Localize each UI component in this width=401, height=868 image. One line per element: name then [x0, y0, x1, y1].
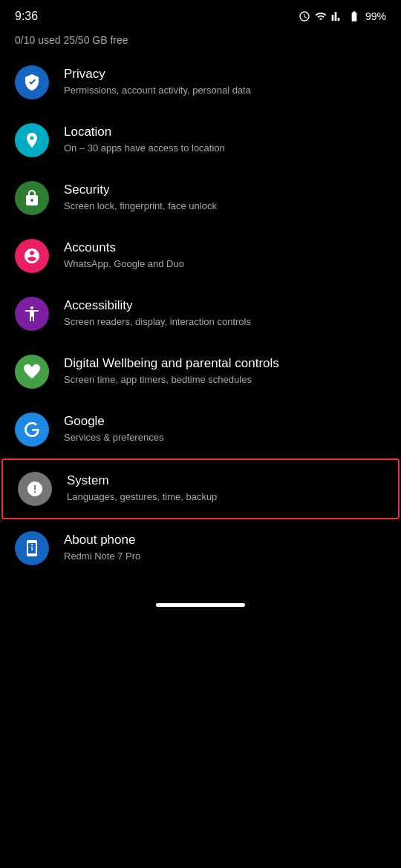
top-partial-text: 0/10 used 25/50 GB free	[0, 30, 401, 53]
wellbeing-icon-circle	[15, 355, 49, 389]
wellbeing-title: Digital Wellbeing and parental controls	[64, 356, 386, 371]
google-text: Google Services & preferences	[64, 414, 386, 444]
battery-icon	[348, 10, 361, 22]
nav-pill	[156, 603, 245, 607]
location-text: Location On – 30 apps have access to loc…	[64, 125, 386, 155]
privacy-subtitle: Permissions, account activity, personal …	[64, 84, 386, 97]
security-icon	[23, 189, 41, 207]
google-icon	[23, 421, 41, 438]
accounts-icon	[23, 247, 41, 265]
status-bar: 9:36 99%	[0, 0, 401, 30]
settings-item-accessibility[interactable]: Accessibility Screen readers, display, i…	[0, 285, 401, 343]
about-icon-circle	[15, 531, 49, 565]
nav-bar	[0, 577, 401, 614]
wellbeing-subtitle: Screen time, app timers, bedtime schedul…	[64, 373, 386, 387]
signal-icon	[331, 10, 343, 22]
location-icon-circle	[15, 123, 49, 157]
about-icon	[23, 539, 41, 557]
google-subtitle: Services & preferences	[64, 431, 386, 444]
settings-item-system[interactable]: System Languages, gestures, time, backup	[1, 458, 400, 519]
accounts-subtitle: WhatsApp, Google and Duo	[64, 257, 386, 271]
accessibility-text: Accessibility Screen readers, display, i…	[64, 298, 386, 329]
privacy-icon	[23, 73, 41, 91]
settings-item-privacy[interactable]: Privacy Permissions, account activity, p…	[0, 53, 401, 111]
security-title: Security	[64, 183, 386, 197]
settings-list: Privacy Permissions, account activity, p…	[0, 53, 401, 577]
location-subtitle: On – 30 apps have access to location	[64, 142, 386, 155]
accounts-text: Accounts WhatsApp, Google and Duo	[64, 240, 386, 271]
privacy-text: Privacy Permissions, account activity, p…	[64, 67, 386, 97]
alarm-icon	[299, 10, 310, 22]
system-title: System	[67, 473, 383, 488]
status-icons: 99%	[299, 10, 386, 22]
system-subtitle: Languages, gestures, time, backup	[67, 490, 383, 504]
location-icon	[23, 131, 41, 149]
wifi-icon	[315, 10, 327, 22]
location-title: Location	[64, 125, 386, 139]
status-time: 9:36	[15, 10, 38, 23]
battery-percent: 99%	[365, 10, 386, 22]
settings-item-location[interactable]: Location On – 30 apps have access to loc…	[0, 111, 401, 169]
accessibility-icon-circle	[15, 297, 49, 331]
security-subtitle: Screen lock, fingerprint, face unlock	[64, 200, 386, 213]
accessibility-icon	[23, 305, 41, 323]
wellbeing-text: Digital Wellbeing and parental controls …	[64, 356, 386, 387]
settings-item-about[interactable]: About phone Redmi Note 7 Pro	[0, 519, 401, 577]
accessibility-title: Accessibility	[64, 298, 386, 313]
wellbeing-icon	[23, 363, 41, 381]
security-icon-circle	[15, 181, 49, 215]
google-icon-circle	[15, 412, 49, 447]
system-icon-circle	[18, 472, 52, 506]
google-title: Google	[64, 414, 386, 429]
about-subtitle: Redmi Note 7 Pro	[64, 550, 386, 563]
accessibility-subtitle: Screen readers, display, interaction con…	[64, 315, 386, 329]
system-text: System Languages, gestures, time, backup	[67, 473, 383, 504]
accounts-title: Accounts	[64, 240, 386, 255]
accounts-icon-circle	[15, 239, 49, 273]
about-title: About phone	[64, 533, 386, 548]
system-icon	[26, 480, 44, 498]
about-text: About phone Redmi Note 7 Pro	[64, 533, 386, 563]
settings-item-google[interactable]: Google Services & preferences	[0, 401, 401, 458]
settings-item-accounts[interactable]: Accounts WhatsApp, Google and Duo	[0, 227, 401, 285]
settings-item-wellbeing[interactable]: Digital Wellbeing and parental controls …	[0, 343, 401, 401]
security-text: Security Screen lock, fingerprint, face …	[64, 183, 386, 213]
privacy-icon-circle	[15, 65, 49, 99]
settings-item-security[interactable]: Security Screen lock, fingerprint, face …	[0, 169, 401, 227]
privacy-title: Privacy	[64, 67, 386, 82]
